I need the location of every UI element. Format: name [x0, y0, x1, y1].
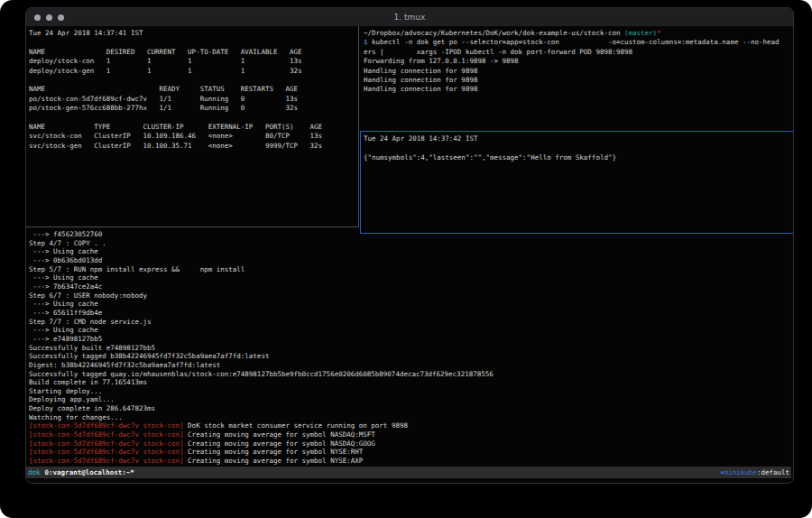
pane-kubectl-watch[interactable]: Tue 24 Apr 2018 14:37:41 IST NAME DESIRE… — [29, 29, 356, 225]
terminal-line: ~/Dropbox/advocacy/Kubernetes/DoK/work/d… — [364, 29, 789, 38]
pane-divider-vertical[interactable] — [358, 26, 359, 227]
terminal-line: Tue 24 Apr 2018 14:37:42 IST — [364, 134, 794, 143]
terminal-line: Starting deploy... — [29, 387, 789, 396]
terminal-line: Step 6/7 : USER nobody:nobody — [29, 291, 789, 301]
terminal-line: ---> Using cache — [29, 326, 789, 335]
terminal-line: Handling connection for 9898 — [364, 67, 789, 76]
terminal-line: ---> 0b636bd013dd — [29, 256, 789, 265]
terminal-line: Successfully tagged quay.io/mhausenblas/… — [29, 370, 789, 379]
terminal-line: Step 4/7 : COPY . . — [29, 239, 789, 248]
terminal-line: Forwarding from 127.0.0.1:9898 -> 9898 — [364, 57, 789, 66]
pane-curl-output-active[interactable]: Tue 24 Apr 2018 14:37:42 IST {"numsymbol… — [360, 131, 794, 234]
terminal-line: [stock-con-5d7df689cf-dwc7v stock-con] D… — [29, 421, 789, 430]
terminal-line — [29, 76, 356, 85]
terminal-line: Deploying app.yaml... — [29, 395, 789, 404]
tmux-window-item[interactable]: 0:vagrant@localhost:~* — [45, 468, 134, 476]
terminal-line: svc/stock-con ClusterIP 10.109.186.46 <n… — [29, 132, 356, 141]
window-titlebar[interactable]: 1. tmux — [26, 8, 793, 27]
tmux-status-bar: dok 0:vagrant@localhost:~* ⎈ minikube :d… — [26, 467, 791, 478]
window-title: 1. tmux — [26, 13, 793, 22]
terminal-line: Step 5/7 : RUN npm install express && np… — [29, 265, 789, 274]
terminal-line: Successfully built e74898127bb5 — [29, 344, 789, 353]
terminal-line: NAME TYPE CLUSTER-IP EXTERNAL-IP PORT(S)… — [29, 123, 356, 132]
terminal-line: Handling connection for 9898 — [364, 85, 789, 94]
pane-port-forward[interactable]: ~/Dropbox/advocacy/Kubernetes/DoK/work/d… — [364, 29, 789, 130]
terminal-line: Step 7/7 : CMD node service.js — [29, 318, 789, 327]
terminal-line: Successfully tagged b38b42246945fd7f32c5… — [29, 352, 789, 361]
terminal-line — [29, 38, 356, 47]
terminal-line: deploy/stock-con 1 1 1 1 13s — [29, 57, 356, 66]
kube-namespace-label: :default — [757, 468, 789, 476]
terminal-line: ---> Using cache — [29, 273, 789, 282]
pane-skaffold-log[interactable]: ---> f45623052760Step 4/7 : COPY . . ---… — [29, 230, 789, 466]
terminal-line: $ kubectl -n dok get po --selector=app=s… — [364, 38, 789, 47]
terminal-line: Build complete in 77.165413ms — [29, 378, 789, 387]
terminal-line: ---> Using cache — [29, 300, 789, 309]
terminal-line: ers | xargs -IPOD kubectl -n dok port-fo… — [364, 48, 789, 57]
terminal-line: [stock-con-5d7df689cf-dwc7v stock-con] C… — [29, 430, 789, 439]
terminal-line: svc/stock-gen ClusterIP 10.100.35.71 <no… — [29, 142, 356, 151]
terminal-line: po/stock-con-5d7df689cf-dwc7v 1/1 Runnin… — [29, 95, 356, 104]
terminal-window: 1. tmux Tue 24 Apr 2018 14:37:41 IST NAM… — [25, 7, 794, 484]
tmux-terminal: Tue 24 Apr 2018 14:37:41 IST NAME DESIRE… — [26, 26, 791, 481]
terminal-line — [29, 114, 356, 123]
terminal-line: ---> e74898127bb5 — [29, 335, 789, 344]
terminal-line: {"numsymbols":4,"lastseen":"","message":… — [364, 153, 794, 162]
terminal-line: [stock-con-5d7df689cf-dwc7v stock-con] C… — [29, 439, 789, 449]
terminal-line: Digest: b38b42246945fd7f32c5ba9aea7af7fd… — [29, 361, 789, 370]
kube-context-label: minikube — [724, 468, 757, 476]
terminal-line: [stock-con-5d7df689cf-dwc7v stock-con] C… — [29, 457, 789, 466]
desktop-background: 1. tmux Tue 24 Apr 2018 14:37:41 IST NAM… — [0, 0, 812, 518]
terminal-line: po/stock-gen-576cc688bb-277hx 1/1 Runnin… — [29, 104, 356, 113]
terminal-line: deploy/stock-gen 1 1 1 1 32s — [29, 67, 356, 76]
terminal-line: ---> Using cache — [29, 247, 789, 256]
terminal-line: Tue 24 Apr 2018 14:37:41 IST — [29, 29, 356, 38]
terminal-line: ---> 65611ff9db4e — [29, 309, 789, 318]
terminal-line: NAME DESIRED CURRENT UP-TO-DATE AVAILABL… — [29, 48, 356, 57]
terminal-line: Handling connection for 9898 — [364, 76, 789, 85]
terminal-line: ---> f45623052760 — [29, 230, 789, 239]
pane-divider-horizontal[interactable] — [26, 227, 359, 227]
terminal-line: NAME READY STATUS RESTARTS AGE — [29, 85, 356, 94]
terminal-line: [stock-con-5d7df689cf-dwc7v stock-con] C… — [29, 448, 789, 457]
terminal-line: Watching for changes... — [29, 413, 789, 422]
terminal-line: Deploy complete in 286.647823ms — [29, 404, 789, 413]
tmux-session-name[interactable]: dok — [28, 468, 41, 476]
terminal-line — [364, 143, 794, 153]
terminal-line: ---> 7b6347ce2a4c — [29, 282, 789, 291]
